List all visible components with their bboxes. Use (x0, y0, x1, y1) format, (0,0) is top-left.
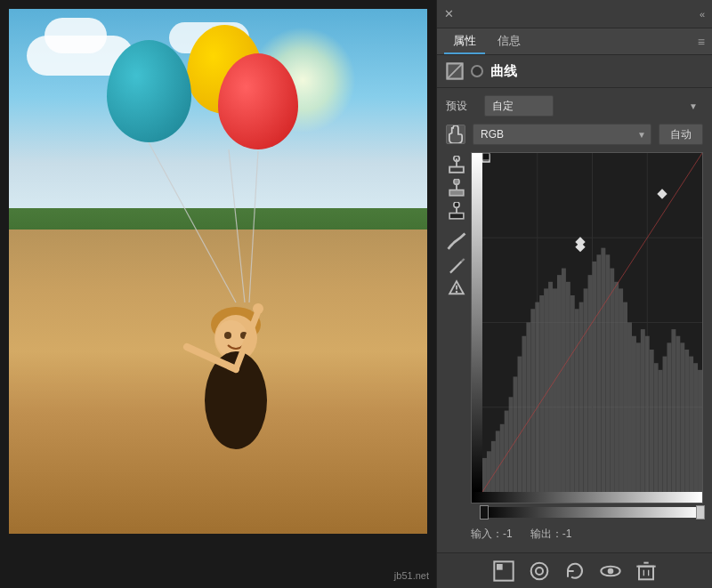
eye-ring-button[interactable] (529, 560, 550, 582)
svg-rect-62 (614, 282, 619, 492)
svg-rect-40 (518, 357, 522, 492)
curves-area: 输入：-1 输出：-1 (446, 152, 703, 545)
svg-rect-60 (605, 254, 610, 492)
preset-select[interactable]: 自定 默认 强对比度 中等对比度 负片 (484, 95, 554, 117)
svg-rect-58 (596, 254, 601, 492)
svg-rect-33 (487, 451, 491, 492)
balloon-blue (107, 40, 191, 142)
panel-menu-icon[interactable]: ≡ (698, 35, 705, 49)
svg-rect-77 (680, 342, 684, 492)
visibility-button[interactable] (600, 560, 621, 582)
svg-rect-45 (539, 295, 544, 492)
photo-canvas-area: jb51.net (0, 0, 436, 588)
curves-canvas[interactable] (471, 152, 703, 503)
svg-rect-41 (522, 336, 526, 492)
bottom-toolbar (437, 552, 712, 588)
svg-rect-50 (562, 269, 566, 492)
svg-rect-42 (526, 323, 530, 493)
tab-properties[interactable]: 属性 (444, 29, 485, 54)
svg-rect-54 (579, 302, 584, 492)
svg-rect-35 (496, 431, 500, 492)
svg-rect-53 (575, 309, 579, 492)
svg-rect-46 (544, 288, 548, 492)
left-watermark: jb51.net (394, 570, 429, 581)
right-panel: ✕ « 属性 信息 ≡ 曲线 (436, 0, 712, 588)
svg-rect-20 (449, 213, 464, 219)
mask-button[interactable] (493, 560, 514, 582)
svg-rect-17 (449, 190, 464, 196)
svg-rect-52 (570, 295, 575, 492)
preset-label: 预设 (446, 99, 477, 114)
channel-row: RGB 红 绿 蓝 ▼ 自动 (446, 124, 703, 145)
curves-svg[interactable] (482, 153, 702, 492)
delete-button[interactable] (635, 560, 657, 582)
svg-rect-68 (641, 329, 645, 492)
svg-rect-39 (514, 376, 518, 492)
preset-row: 预设 自定 默认 强对比度 中等对比度 负片 ▼ (446, 95, 703, 117)
svg-rect-81 (698, 370, 702, 492)
channel-select[interactable]: RGB 红 绿 蓝 (473, 124, 651, 145)
pencil-curve-tool[interactable] (447, 255, 466, 275)
output-gradient-slider (471, 505, 703, 523)
svg-rect-14 (449, 167, 464, 173)
io-row: 输入：-1 输出：-1 (471, 523, 703, 545)
curves-title-bar: 曲线 (437, 55, 712, 88)
output-gradient (481, 507, 703, 518)
slider-black-handle[interactable] (480, 505, 489, 520)
svg-point-24 (456, 291, 458, 294)
svg-rect-64 (623, 302, 627, 492)
svg-rect-38 (509, 397, 514, 492)
preset-select-wrapper: 自定 默认 强对比度 中等对比度 负片 ▼ (484, 95, 703, 117)
svg-rect-63 (619, 288, 623, 492)
side-tools (446, 152, 471, 545)
svg-rect-76 (676, 336, 680, 492)
svg-rect-75 (671, 329, 676, 492)
svg-rect-87 (482, 153, 490, 160)
svg-rect-70 (650, 350, 654, 492)
svg-rect-69 (645, 336, 650, 492)
svg-rect-89 (497, 564, 503, 570)
svg-rect-80 (693, 363, 698, 492)
eyedropper-white-tool[interactable] (447, 156, 466, 175)
svg-rect-51 (566, 282, 570, 492)
svg-rect-73 (663, 357, 668, 492)
panel-tabs: 属性 信息 ≡ (437, 28, 712, 55)
curve-hand-tool[interactable] (446, 125, 465, 144)
reset-button[interactable] (564, 560, 586, 582)
svg-rect-59 (601, 248, 605, 492)
svg-rect-55 (584, 288, 588, 492)
curves-adjust-icon (446, 62, 464, 80)
svg-line-13 (447, 63, 462, 78)
svg-point-91 (536, 568, 543, 575)
panel-collapse-button[interactable]: « (700, 9, 705, 20)
svg-rect-94 (639, 566, 653, 579)
panel-close-button[interactable]: ✕ (444, 7, 454, 20)
svg-rect-71 (654, 363, 659, 492)
preset-select-arrow: ▼ (689, 101, 698, 111)
eyedropper-gray-tool[interactable] (447, 179, 466, 198)
svg-rect-43 (530, 309, 535, 492)
svg-point-22 (454, 202, 459, 207)
auto-button[interactable]: 自动 (659, 124, 703, 145)
svg-rect-44 (535, 302, 539, 492)
eyedropper-black-tool[interactable] (447, 202, 466, 222)
warning-clip-tool[interactable] (447, 278, 466, 298)
tab-info[interactable]: 信息 (489, 29, 530, 54)
wheat-field (9, 230, 427, 534)
svg-point-90 (530, 562, 547, 579)
input-value: 输入：-1 (471, 527, 513, 542)
photo-canvas (9, 9, 427, 534)
curve-smooth-tool[interactable] (447, 232, 466, 252)
svg-rect-34 (491, 441, 496, 492)
balloon-red (218, 53, 298, 149)
svg-rect-78 (684, 350, 689, 492)
svg-rect-61 (610, 269, 614, 492)
slider-white-handle[interactable] (696, 505, 705, 520)
svg-rect-79 (689, 357, 693, 492)
output-value: 输出：-1 (530, 527, 572, 542)
svg-rect-56 (588, 275, 593, 492)
svg-rect-72 (659, 370, 663, 492)
curves-title: 曲线 (490, 63, 517, 80)
gradient-left (472, 153, 482, 492)
svg-rect-48 (553, 288, 557, 492)
